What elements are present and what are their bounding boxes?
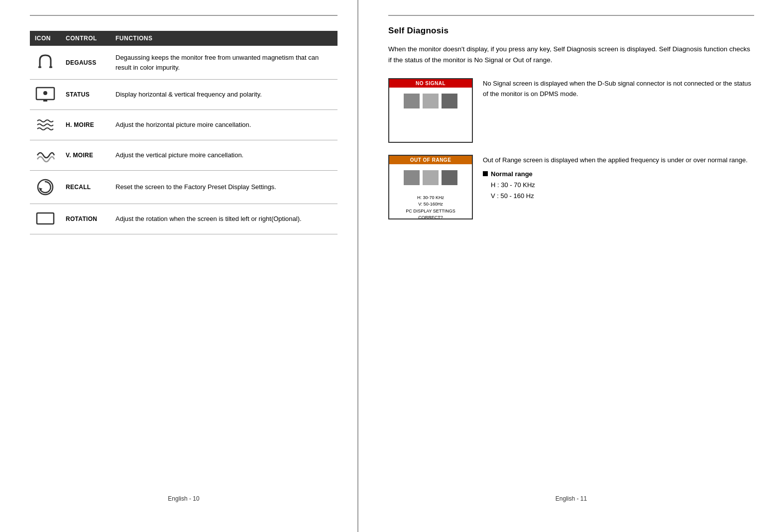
function-text: Adjust the horizontal picture moire canc… — [111, 110, 337, 140]
gray-bar-2 — [423, 94, 439, 108]
gray-bar-1 — [404, 94, 420, 108]
function-text: Adjust the rotation when the screen is t… — [111, 204, 337, 234]
no-signal-label: NO SIGNAL — [389, 79, 472, 88]
no-signal-description: No Signal screen is displayed when the D… — [483, 78, 754, 100]
svg-rect-4 — [43, 100, 47, 102]
function-text: Reset the screen to the Factory Preset D… — [111, 171, 337, 204]
svg-point-3 — [43, 91, 47, 95]
svg-rect-7 — [37, 213, 54, 224]
out-of-range-label: OUT OF RANGE — [389, 156, 472, 164]
col-functions: FUNCTIONS — [111, 31, 337, 46]
control-label: RECALL — [61, 171, 111, 204]
control-table: ICON CONTROL FUNCTIONS — [30, 31, 337, 234]
normal-range-values: H : 30 - 70 KHz V : 50 - 160 Hz — [491, 180, 748, 202]
rotation-icon — [35, 211, 56, 227]
table-row: H. MOIRE Adjust the horizontal picture m… — [30, 110, 337, 140]
degauss-icon — [35, 53, 56, 72]
left-page-footer: English - 10 — [30, 485, 337, 502]
self-diagnosis-intro: When the monitor doesn't display, if you… — [388, 44, 754, 66]
function-text: Degaussing keeps the monitor free from u… — [111, 46, 337, 80]
control-label: H. MOIRE — [61, 110, 111, 140]
out-of-range-screen-text: H: 30-70 KHz V: 50-160Hz PC DISPLAY SETT… — [389, 192, 472, 221]
col-control: CONTROL — [61, 31, 111, 46]
out-of-range-bars — [389, 164, 472, 192]
right-page: Self Diagnosis When the monitor doesn't … — [358, 0, 784, 532]
status-icon — [35, 87, 56, 103]
bullet-icon — [483, 171, 488, 176]
table-row: STATUS Display horizontal & vertical fre… — [30, 80, 337, 110]
hmoire-icon — [35, 117, 56, 133]
table-row: RECALL Reset the screen to the Factory P… — [30, 171, 337, 204]
no-signal-preview: NO SIGNAL — [388, 78, 473, 143]
left-page: ICON CONTROL FUNCTIONS — [0, 0, 358, 532]
control-label: DEGAUSS — [61, 46, 111, 80]
table-row: DEGAUSS Degaussing keeps the monitor fre… — [30, 46, 337, 80]
table-row: ROTATION Adjust the rotation when the sc… — [30, 204, 337, 234]
out-of-range-description: Out of Range screen is displayed when th… — [483, 155, 748, 165]
function-text: Adjust the vertical picture moire cancel… — [111, 140, 337, 171]
normal-range-title: Normal range — [483, 170, 748, 178]
control-label: V. MOIRE — [61, 140, 111, 171]
gray-bar-5 — [423, 170, 439, 185]
out-of-range-preview: OUT OF RANGE H: 30-70 KHz V: 50-160Hz PC… — [388, 155, 473, 219]
no-signal-bars — [389, 88, 472, 115]
gray-bar-6 — [442, 170, 457, 185]
function-text: Display horizontal & vertical frequency … — [111, 80, 337, 110]
normal-range-section: Normal range H : 30 - 70 KHz V : 50 - 16… — [483, 170, 748, 202]
gray-bar-3 — [442, 94, 457, 108]
control-label: STATUS — [61, 80, 111, 110]
self-diagnosis-title: Self Diagnosis — [388, 26, 754, 36]
right-page-footer: English - 11 — [388, 485, 754, 502]
col-icon: ICON — [30, 31, 61, 46]
recall-icon — [35, 178, 56, 197]
out-of-range-description-block: Out of Range screen is displayed when th… — [483, 155, 748, 202]
no-signal-section: NO SIGNAL No Signal screen is displayed … — [388, 78, 754, 143]
table-row: V. MOIRE Adjust the vertical picture moi… — [30, 140, 337, 171]
vmoire-icon — [35, 147, 56, 163]
gray-bar-4 — [404, 170, 420, 185]
out-of-range-section: OUT OF RANGE H: 30-70 KHz V: 50-160Hz PC… — [388, 155, 754, 219]
control-label: ROTATION — [61, 204, 111, 234]
